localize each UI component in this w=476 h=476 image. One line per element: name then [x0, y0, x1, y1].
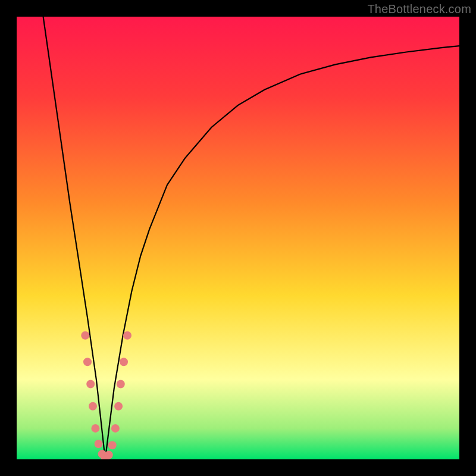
chart-svg	[17, 17, 459, 459]
highlight-dot	[108, 441, 117, 449]
highlight-dot	[91, 424, 99, 433]
highlight-dot	[111, 424, 120, 433]
highlight-dots	[81, 331, 131, 459]
highlight-dot	[114, 402, 123, 411]
outer-frame: TheBottleneck.com	[0, 0, 476, 476]
highlight-dot	[89, 402, 97, 411]
highlight-dot	[95, 440, 103, 448]
highlight-dot	[86, 380, 95, 389]
plot-area	[17, 17, 459, 459]
bottleneck-curve	[43, 17, 459, 459]
highlight-dot	[123, 331, 131, 340]
highlight-dot	[83, 358, 92, 366]
watermark-text: TheBottleneck.com	[367, 2, 471, 16]
highlight-dot	[105, 451, 113, 459]
highlight-dot	[117, 380, 125, 389]
highlight-dot	[120, 358, 128, 366]
highlight-dot	[81, 331, 89, 340]
